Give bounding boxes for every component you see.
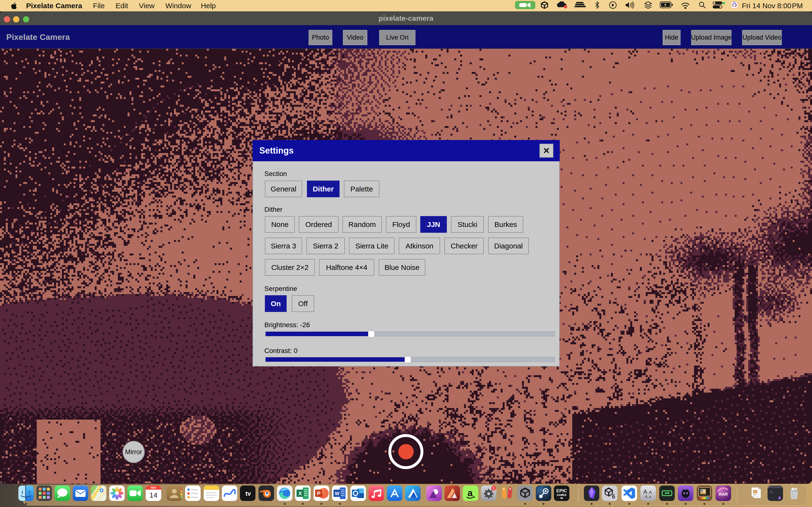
svg-text:1: 1	[493, 487, 495, 490]
svg-text:a: a	[467, 488, 473, 498]
svg-text:X: X	[298, 490, 302, 496]
svg-text:6: 6	[612, 493, 615, 500]
svg-text:P: P	[317, 490, 321, 496]
svg-text:A: A	[645, 495, 648, 499]
svg-text:RAR: RAR	[719, 492, 728, 497]
svg-text:W: W	[335, 491, 340, 496]
svg-text:EPIC: EPIC	[556, 488, 567, 493]
svg-text:A: A	[643, 489, 647, 495]
svg-text:NOV: NOV	[151, 487, 156, 489]
svg-text:>_: >_	[770, 490, 774, 494]
svg-text:GAMES: GAMES	[557, 494, 566, 496]
svg-text:A: A	[649, 490, 652, 495]
svg-text:a: a	[649, 495, 651, 499]
svg-text:14: 14	[149, 491, 157, 499]
svg-text:tv: tv	[245, 490, 251, 497]
